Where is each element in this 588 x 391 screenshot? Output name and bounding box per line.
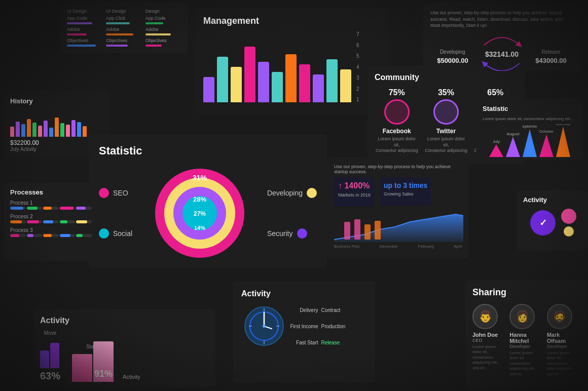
svg-text:October: October [539, 129, 554, 134]
triangle-bar: July [489, 124, 503, 157]
profile-item: 👩 Hanna Mitchel Developer Lorem ipsum do… [509, 304, 542, 377]
svg-text:28%: 28% [193, 196, 206, 203]
svg-marker-14 [539, 134, 554, 157]
svg-text:November: November [556, 124, 570, 126]
growth-stat2-label: Growing Sales [384, 191, 427, 197]
svg-marker-12 [523, 129, 537, 157]
management-bar [285, 54, 297, 102]
ui-col: Design App Code Adobe Objectives [145, 9, 181, 49]
developing-amount: $50000.00 [437, 57, 468, 64]
team-desc: Use our proven, step-by-step process to … [430, 10, 573, 29]
social-label: Social [99, 228, 132, 239]
stand-group: Stand 91% [72, 344, 114, 382]
history-title: History [10, 97, 104, 105]
ui-col: UI Design App Code Adobe Objectives [67, 9, 103, 49]
profile-name: John Doe [472, 332, 505, 338]
history-bar [38, 126, 42, 137]
statistic-large-card: Statistic SEO Social 31% [89, 134, 327, 268]
svg-rect-20 [354, 219, 360, 240]
profile-name: Mark Olfsam [547, 332, 580, 344]
history-bar [66, 125, 70, 137]
management-bar [217, 57, 228, 102]
history-bar [27, 119, 31, 137]
profile-avatar: 👩 [509, 304, 535, 329]
triangle-bar: August [506, 124, 520, 157]
statistic-small-card: Statistic Lorem ipsum dolor sit, consect… [476, 99, 583, 160]
management-bar [326, 59, 338, 102]
processes-list: Process 1Process 2Process 3 [10, 200, 92, 238]
history-bar [55, 118, 59, 137]
svg-text:14%: 14% [194, 225, 205, 231]
activity-bottom-card: Activity Move 63% Stand 91% Activity [33, 309, 215, 387]
svg-point-27 [263, 325, 266, 328]
ui-col: UI Design App Click Adobe Objectives [106, 9, 142, 49]
triangle-bar: October [539, 124, 554, 157]
triangle-chart: JulyAugustSeptemberOctoberNovember [483, 124, 577, 157]
profile-avatar: 🧔 [547, 304, 572, 329]
history-bar [10, 127, 14, 137]
triangle-bar: November [556, 124, 570, 157]
activity-gauge-title: Activity [241, 289, 367, 298]
donut-chart: 31% 28% 27% 14% [152, 165, 248, 261]
svg-rect-22 [375, 221, 381, 240]
release-node-label: Release [535, 49, 566, 55]
social-item: 75% Facebook Lorem ipsum dolor sit,Conse… [375, 88, 419, 154]
community-title: Community [375, 73, 518, 82]
sharing-title: Sharing [472, 287, 580, 298]
developing-node-label: Developing [437, 49, 468, 55]
management-bar [231, 67, 242, 102]
social-dot [99, 228, 109, 239]
processes-title: Processes [10, 188, 92, 196]
history-bar [71, 120, 76, 137]
growth-chart [334, 212, 463, 242]
management-bar [299, 64, 310, 102]
triangle-bar: September [523, 124, 537, 157]
process-item: Process 2 [10, 214, 92, 224]
stand-percent: 91% [94, 369, 113, 379]
profile-role: CEO [472, 338, 505, 343]
growth-stat1: ↑ 1400% [338, 181, 371, 190]
profile-avatar: 👨 [472, 304, 498, 329]
activity-right-card: Activity ✓ [517, 190, 588, 251]
history-bar-chart [10, 109, 104, 137]
history-bar [77, 122, 81, 137]
production-label: Production [321, 324, 368, 329]
activity-bottom-title: Activity [40, 316, 208, 325]
processes-card: Processes Process 1Process 2Process 3 [4, 182, 98, 261]
faststart-label: Fast Start [290, 340, 318, 345]
sharing-profiles: 👨 John Doe CEO Lorem ipsum dolor sit, co… [472, 304, 580, 377]
svg-rect-21 [364, 224, 371, 240]
management-bar [258, 62, 269, 102]
history-bar [49, 128, 53, 137]
release-amount: $43000.00 [535, 57, 566, 64]
history-bar [83, 126, 87, 137]
history-bar [32, 123, 36, 137]
management-bar [313, 74, 324, 102]
management-bar [244, 47, 255, 102]
svg-text:27%: 27% [194, 210, 206, 217]
svg-text:July: July [493, 139, 500, 144]
statistic-title: Statistic [99, 144, 317, 158]
middle-amount: $32141.00 [485, 50, 519, 58]
svg-text:31%: 31% [193, 174, 207, 182]
profile-desc: Lorem ipsum dolor sit, consectetur adipi… [472, 344, 505, 371]
activity-circle-small [564, 226, 574, 237]
seo-dot [99, 188, 109, 198]
growth-stat1-label: Markets in 2016 [338, 192, 371, 198]
activity-bottom-bars: Move 63% Stand 91% Activity [40, 330, 208, 382]
svg-marker-10 [506, 137, 520, 157]
history-bar [60, 123, 64, 137]
history-bar [21, 124, 25, 137]
profile-role: Developer [547, 344, 580, 349]
management-bar [203, 77, 214, 102]
profile-name: Hanna Mitchel [509, 332, 542, 344]
management-bar-chart [203, 31, 351, 102]
security-dot [297, 228, 307, 239]
release-label: Release [321, 340, 368, 345]
team-marketing-card: Use our proven, step-by-step process to … [423, 3, 580, 71]
growth-desc: Use our proven, step-by-step process to … [334, 164, 462, 174]
svg-marker-8 [489, 144, 503, 157]
profile-item: 🧔 Mark Olfsam Developer Lorem ipsum dolo… [547, 304, 580, 377]
developing-dot [307, 188, 317, 198]
svg-rect-19 [344, 222, 350, 240]
